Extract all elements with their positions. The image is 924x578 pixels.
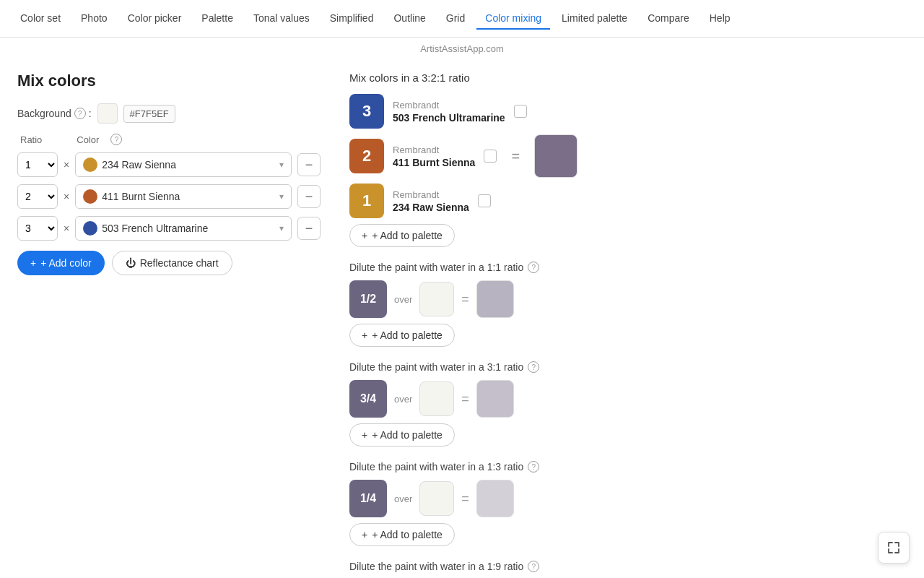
color-row-french-ultramarine: 3 × 503 French Ultramarine ▾ − xyxy=(17,216,321,241)
add-palette-dilute-label-0: + Add to palette xyxy=(372,329,443,341)
dilute-section-1: Dilute the paint with water in a 3:1 rat… xyxy=(349,361,907,447)
remove-color-button-french-ultramarine[interactable]: − xyxy=(297,217,321,240)
ratio-badge-1: 2 xyxy=(349,139,384,173)
x-label-burnt-sienna: × xyxy=(64,191,69,202)
color-help-icon[interactable]: ? xyxy=(110,134,122,145)
dilute-title-1: Dilute the paint with water in a 3:1 rat… xyxy=(349,361,907,373)
x-label-french-ultramarine: × xyxy=(64,223,69,234)
nav-item-color-picker[interactable]: Color picker xyxy=(119,8,191,30)
dilute-title-2: Dilute the paint with water in a 1:3 rat… xyxy=(349,461,907,473)
white-swatch-2 xyxy=(419,481,454,516)
add-palette-mix-label: + Add to palette xyxy=(372,230,443,241)
color-label: Color xyxy=(77,134,99,145)
expand-button[interactable] xyxy=(878,532,910,564)
plus-icon-dilute-1: + xyxy=(362,429,367,441)
background-swatch[interactable] xyxy=(97,103,118,124)
dilute-section-2: Dilute the paint with water in a 1:3 rat… xyxy=(349,461,907,546)
dilute-title-0: Dilute the paint with water in a 1:1 rat… xyxy=(349,262,907,273)
eq-sign-2: = xyxy=(461,491,469,506)
add-color-button[interactable]: + + Add color xyxy=(17,251,105,275)
dilute-result-0 xyxy=(476,280,514,318)
nav-item-color-set[interactable]: Color set xyxy=(12,8,69,30)
white-swatch-0 xyxy=(419,282,454,316)
color-checkbox-1[interactable] xyxy=(484,150,497,163)
ratio-badge-0: 3 xyxy=(349,94,384,129)
reflectance-chart-button[interactable]: ⏻ Reflectance chart xyxy=(112,251,232,275)
color-select-raw-sienna[interactable]: 234 Raw Sienna ▾ xyxy=(75,152,292,177)
reflectance-label: Reflectance chart xyxy=(140,257,219,269)
expand-icon xyxy=(886,540,901,555)
color-checkbox-0[interactable] xyxy=(514,105,527,118)
add-palette-dilute-label-1: + Add to palette xyxy=(372,429,443,441)
frac-badge-2: 1/4 xyxy=(349,480,387,517)
dilute-help-icon-0[interactable]: ? xyxy=(528,262,539,273)
dilute-section-0: Dilute the paint with water in a 1:1 rat… xyxy=(349,262,907,347)
remove-color-button-burnt-sienna[interactable]: − xyxy=(297,185,321,208)
nav-item-outline[interactable]: Outline xyxy=(385,8,434,30)
dilute-section-3: Dilute the paint with water in a 1:9 rat… xyxy=(349,561,907,578)
dilute-result-1 xyxy=(476,380,514,418)
nav-item-simplified[interactable]: Simplified xyxy=(321,8,383,30)
brand-name-0: Rembrandt xyxy=(393,100,505,111)
color-select-burnt-sienna[interactable]: 411 Burnt Sienna ▾ xyxy=(75,184,292,209)
nav-item-compare[interactable]: Compare xyxy=(639,8,698,30)
action-row: + + Add color ⏻ Reflectance chart xyxy=(17,251,321,275)
color-row-raw-sienna: 1 × 234 Raw Sienna ▾ − xyxy=(17,152,321,177)
dilute-row-0: 1/2 over = xyxy=(349,280,907,318)
ratio-select-burnt-sienna[interactable]: 2 xyxy=(17,184,58,209)
chart-icon: ⏻ xyxy=(126,257,136,269)
dilute-title-text-1: Dilute the paint with water in a 3:1 rat… xyxy=(349,361,523,373)
nav-item-palette[interactable]: Palette xyxy=(193,8,242,30)
ratio-select-raw-sienna[interactable]: 1 xyxy=(17,152,58,177)
remove-color-button-raw-sienna[interactable]: − xyxy=(297,153,321,176)
mix-card-1: 2 Rembrandt 411 Burnt Sienna = xyxy=(349,134,907,178)
brand-name-2: Rembrandt xyxy=(393,189,469,200)
dilute-result-2 xyxy=(476,480,514,517)
chevron-icon-raw-sienna: ▾ xyxy=(279,160,284,170)
add-to-palette-mix-button[interactable]: + + Add to palette xyxy=(349,224,455,247)
dilute-title-text-2: Dilute the paint with water in a 1:3 rat… xyxy=(349,461,523,473)
dilute-help-icon-3[interactable]: ? xyxy=(528,561,539,572)
dilute-help-icon-1[interactable]: ? xyxy=(528,361,539,373)
ratio-select-french-ultramarine[interactable]: 3 xyxy=(17,216,58,241)
frac-badge-0: 1/2 xyxy=(349,280,387,318)
chevron-icon-burnt-sienna: ▾ xyxy=(279,191,284,202)
nav-item-color-mixing[interactable]: Color mixing xyxy=(476,8,550,30)
dilute-title-text-3: Dilute the paint with water in a 1:9 rat… xyxy=(349,561,523,572)
plus-icon-mix: + xyxy=(362,230,367,241)
add-palette-dilute-button-1[interactable]: + + Add to palette xyxy=(349,423,455,447)
over-label-2: over xyxy=(394,493,412,504)
background-row: Background ? : #F7F5EF xyxy=(17,103,321,124)
ratio-header: Ratio Color ? xyxy=(17,134,321,145)
color-dot-french-ultramarine xyxy=(83,221,97,236)
nav-item-tonal-values[interactable]: Tonal values xyxy=(245,8,318,30)
nav-item-photo[interactable]: Photo xyxy=(72,8,116,30)
color-checkbox-2[interactable] xyxy=(478,194,491,207)
x-label-raw-sienna: × xyxy=(64,159,69,171)
brand-name-1: Rembrandt xyxy=(393,144,475,155)
paint-name-1: 411 Burnt Sienna xyxy=(393,157,475,168)
color-dot-burnt-sienna xyxy=(83,189,97,204)
add-palette-dilute-button-0[interactable]: + + Add to palette xyxy=(349,324,455,347)
color-info-0: Rembrandt 503 French Ultramarine xyxy=(393,100,505,124)
mix-section-title: Mix colors in a 3:2:1 ratio xyxy=(349,72,907,84)
dilute-row-2: 1/4 over = xyxy=(349,480,907,517)
background-help-icon[interactable]: ? xyxy=(74,108,86,119)
main-layout: Mix colors Background ? : #F7F5EF Ratio … xyxy=(0,57,924,578)
color-name-raw-sienna: 234 Raw Sienna xyxy=(102,159,275,171)
dilution-sections: Dilute the paint with water in a 1:1 rat… xyxy=(349,262,907,578)
page-title: Mix colors xyxy=(17,72,321,90)
white-swatch-1 xyxy=(419,381,454,416)
nav-item-grid[interactable]: Grid xyxy=(437,8,474,30)
nav-item-help[interactable]: Help xyxy=(701,8,739,30)
color-select-french-ultramarine[interactable]: 503 French Ultramarine ▾ xyxy=(75,216,292,241)
background-label: Background ? : xyxy=(17,108,92,119)
plus-icon-dilute-0: + xyxy=(362,329,367,341)
nav-item-limited-palette[interactable]: Limited palette xyxy=(553,8,636,30)
mix-cards: 3 Rembrandt 503 French Ultramarine 2 Rem… xyxy=(349,94,907,218)
paint-name-2: 234 Raw Sienna xyxy=(393,202,469,213)
color-dot-raw-sienna xyxy=(83,158,97,172)
plus-icon: + xyxy=(30,257,36,269)
add-palette-dilute-button-2[interactable]: + + Add to palette xyxy=(349,523,455,546)
dilute-help-icon-2[interactable]: ? xyxy=(528,461,539,473)
